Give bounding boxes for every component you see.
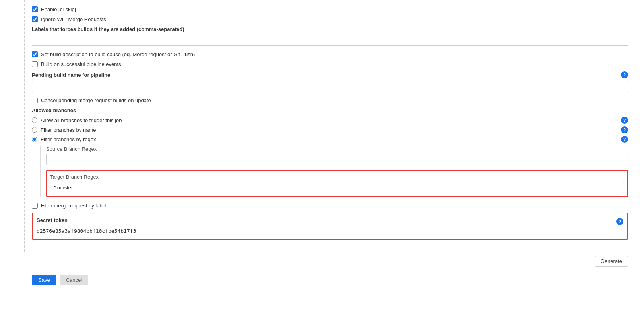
bottom-bar: Generate [0, 252, 644, 271]
secret-token-value: d2576e85a3af9804bbf10cfbe54b17f3 [37, 227, 623, 235]
cancel-button[interactable]: Cancel [60, 275, 88, 285]
radio-name-help-icon[interactable]: ? [621, 126, 628, 133]
secret-token-help-icon[interactable]: ? [616, 218, 623, 225]
regex-sub-section: Source Branch Regex Target Branch Regex [40, 146, 628, 197]
target-branch-input[interactable] [50, 182, 624, 193]
labels-input[interactable] [32, 35, 628, 46]
ignore-wip-checkbox[interactable] [32, 16, 38, 22]
enable-ci-skip-label: Enable [ci-skip] [41, 6, 76, 12]
radio-all-branches[interactable] [32, 117, 37, 123]
dashed-border [24, 0, 25, 252]
pending-build-label-row: Pending build name for pipeline ? [32, 71, 628, 78]
radio-filter-name[interactable] [32, 127, 37, 133]
radio-filter-regex-label: Filter branches by regex [41, 137, 96, 142]
source-branch-field: Source Branch Regex [46, 146, 628, 165]
radio-all-help-icon[interactable]: ? [621, 117, 628, 124]
pending-build-label: Pending build name for pipeline [32, 72, 110, 78]
filter-merge-label-label: Filter merge request by label [41, 203, 107, 209]
filter-merge-label-checkbox[interactable] [32, 203, 38, 209]
pending-build-section: Pending build name for pipeline ? [32, 71, 628, 92]
source-branch-input[interactable] [46, 154, 628, 165]
page-wrapper: Enable [ci-skip] Ignore WIP Merge Reques… [0, 0, 644, 314]
enable-ci-skip-row: Enable [ci-skip] [32, 6, 628, 12]
source-branch-label: Source Branch Regex [46, 146, 628, 152]
radio-filter-regex[interactable] [32, 137, 37, 142]
ignore-wip-label: Ignore WIP Merge Requests [41, 16, 106, 22]
target-branch-label: Target Branch Regex [50, 174, 624, 180]
build-on-pipeline-label: Build on successful pipeline events [41, 61, 121, 67]
labels-section: Labels that forces builds if they are ad… [32, 26, 628, 46]
build-on-pipeline-checkbox[interactable] [32, 61, 38, 67]
radio-filter-name-label: Filter branches by name [41, 127, 96, 133]
enable-ci-skip-checkbox[interactable] [32, 6, 38, 12]
radio-row-regex: Filter branches by regex ? [32, 136, 628, 143]
generate-button[interactable]: Generate [595, 256, 628, 267]
radio-regex-help-icon[interactable]: ? [621, 136, 628, 143]
blue-buttons-area: Save Cancel [0, 271, 644, 289]
set-build-desc-label: Set build description to build cause (eg… [41, 51, 195, 57]
ignore-wip-row: Ignore WIP Merge Requests [32, 16, 628, 22]
cancel-pending-checkbox[interactable] [32, 98, 38, 103]
pending-build-input[interactable] [32, 81, 628, 92]
cancel-pending-row: Cancel pending merge request builds on u… [32, 98, 628, 103]
allowed-branches-label: Allowed branches [32, 107, 628, 113]
set-build-desc-checkbox[interactable] [32, 51, 38, 57]
set-build-desc-row: Set build description to build cause (eg… [32, 51, 628, 57]
radio-all-label: Allow all branches to trigger this job [41, 117, 122, 123]
main-content: Enable [ci-skip] Ignore WIP Merge Reques… [0, 0, 644, 252]
secret-help-row: Secret token ? [37, 217, 623, 226]
radio-row-name: Filter branches by name ? [32, 126, 628, 133]
target-branch-box: Target Branch Regex [46, 170, 628, 197]
pending-build-help-icon[interactable]: ? [621, 71, 628, 78]
save-button[interactable]: Save [32, 275, 56, 285]
secret-token-wrapper: Secret token ? d2576e85a3af9804bbf10cfbe… [32, 213, 628, 240]
build-on-pipeline-row: Build on successful pipeline events [32, 61, 628, 67]
filter-merge-label-row: Filter merge request by label [32, 203, 628, 209]
allowed-branches-section: Allowed branches Allow all branches to t… [32, 107, 628, 197]
labels-field-label: Labels that forces builds if they are ad… [32, 26, 628, 32]
radio-row-all: Allow all branches to trigger this job ? [32, 117, 628, 124]
cancel-pending-label: Cancel pending merge request builds on u… [41, 98, 151, 103]
secret-token-label: Secret token [37, 217, 68, 223]
